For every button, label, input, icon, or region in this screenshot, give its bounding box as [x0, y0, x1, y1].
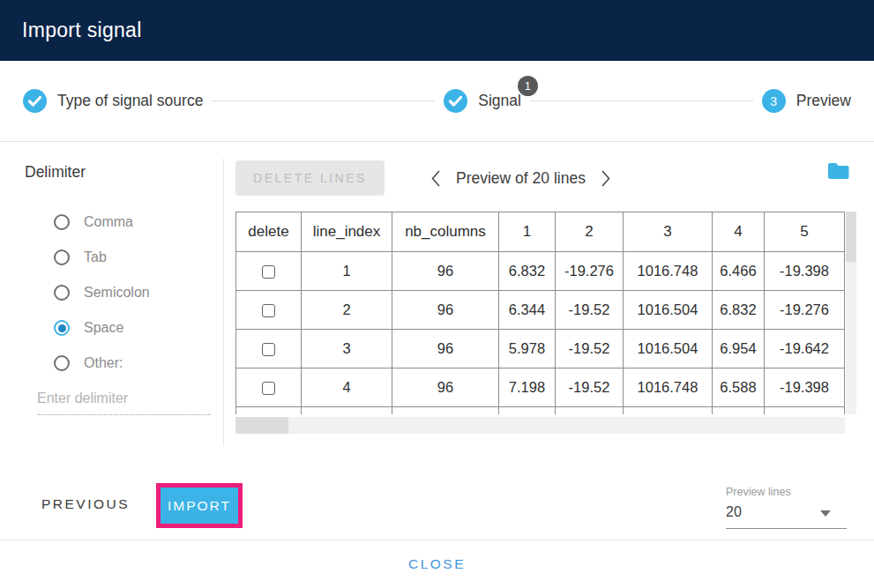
table-cell: -19.52 — [556, 368, 624, 407]
preview-pagination: Preview of 20 lines — [430, 160, 611, 196]
delete-lines-button[interactable]: DELETE LINES — [235, 160, 385, 196]
step-label: Type of signal source — [57, 92, 203, 110]
chevron-left-icon[interactable] — [430, 169, 441, 188]
table-cell: 1016.504 — [624, 330, 713, 368]
table-cell: 2 — [302, 291, 392, 330]
radio-icon[interactable] — [54, 249, 70, 265]
signal-count-badge: 1 — [518, 76, 538, 96]
table-body: 1966.832-19.2761016.7486.466-19.3982966.… — [236, 252, 845, 415]
table-cell: 96 — [392, 291, 499, 330]
delimiter-option-space[interactable]: Space — [54, 320, 223, 336]
table-cell — [499, 407, 556, 415]
delete-cell — [236, 291, 302, 330]
import-signal-dialog: Import signal Type of signal source Sign… — [0, 0, 874, 588]
close-button[interactable]: CLOSE — [0, 556, 874, 572]
table-cell: 6.832 — [499, 252, 556, 291]
vertical-scrollbar-thumb[interactable] — [846, 212, 856, 262]
delimiter-option-comma[interactable]: Comma — [54, 214, 223, 230]
radio-icon[interactable] — [54, 214, 70, 230]
horizontal-scrollbar-thumb[interactable] — [235, 417, 288, 434]
radio-icon[interactable] — [54, 320, 70, 336]
vertical-scrollbar[interactable] — [846, 212, 856, 414]
delimiter-option-label: Tab — [84, 249, 107, 265]
delimiter-option-label: Space — [84, 320, 123, 336]
table-row — [236, 407, 845, 415]
table-cell — [713, 407, 765, 415]
table-cell: 4 — [302, 368, 392, 407]
panel-divider — [223, 159, 224, 446]
preview-lines-select[interactable]: 20 — [726, 504, 847, 529]
preview-nav-label: Preview of 20 lines — [456, 169, 586, 188]
table-cell — [302, 407, 392, 415]
row-checkbox[interactable] — [262, 382, 275, 395]
delete-cell — [236, 252, 302, 291]
dialog-titlebar: Import signal — [0, 0, 874, 61]
table-cell: 96 — [392, 330, 499, 368]
stepper-connector — [212, 100, 435, 101]
column-header: 1 — [499, 212, 556, 252]
table-row: 3965.978-19.521016.5046.954-19.642 — [236, 330, 845, 368]
step-preview[interactable]: 3 Preview — [762, 89, 851, 113]
table-cell: 1016.748 — [624, 252, 713, 291]
step-number-circle: 3 — [762, 89, 786, 113]
dialog-title: Import signal — [22, 0, 142, 61]
delimiter-panel: Delimiter CommaTabSemicolonSpaceOther: E… — [0, 143, 223, 446]
table-cell: -19.276 — [556, 252, 624, 291]
triangle-down-icon — [820, 510, 831, 517]
table-cell: 1016.748 — [624, 368, 713, 407]
preview-table: deleteline_indexnb_columns12345 1966.832… — [235, 212, 845, 414]
table-cell: -19.276 — [765, 291, 845, 330]
step-signal[interactable]: Signal 1 — [444, 89, 521, 113]
table-header-row: deleteline_indexnb_columns12345 — [236, 212, 845, 252]
table-cell: -19.398 — [765, 368, 845, 407]
delimiter-options: CommaTabSemicolonSpaceOther: — [54, 214, 223, 371]
table-cell: 6.588 — [713, 368, 765, 407]
column-header: 2 — [556, 212, 624, 252]
footer-divider — [0, 540, 874, 540]
table-row: 2966.344-19.521016.5046.832-19.276 — [236, 291, 845, 330]
table-cell: 96 — [392, 252, 499, 291]
radio-icon[interactable] — [54, 285, 70, 301]
step-type-of-signal-source[interactable]: Type of signal source — [23, 89, 203, 113]
preview-lines-value: 20 — [726, 504, 742, 519]
table-cell: -19.642 — [765, 330, 845, 368]
radio-icon[interactable] — [54, 355, 70, 371]
table-cell: 6.954 — [713, 330, 765, 368]
column-header: line_index — [302, 212, 392, 252]
table-cell — [392, 407, 499, 415]
preview-table-container: deleteline_indexnb_columns12345 1966.832… — [235, 212, 845, 414]
row-checkbox[interactable] — [262, 304, 275, 317]
row-checkbox[interactable] — [262, 343, 275, 356]
table-cell: 5.978 — [499, 330, 556, 368]
table-cell — [556, 407, 624, 415]
import-button[interactable]: IMPORT — [161, 488, 238, 524]
step-label: Preview — [796, 92, 851, 110]
table-cell: -19.52 — [556, 330, 624, 368]
delimiter-option-tab[interactable]: Tab — [54, 249, 223, 265]
previous-button[interactable]: PREVIOUS — [41, 496, 130, 512]
horizontal-scrollbar[interactable] — [235, 417, 845, 434]
delete-cell — [236, 407, 302, 415]
column-header: 3 — [624, 212, 713, 252]
table-cell: 1016.504 — [624, 291, 713, 330]
column-header: delete — [236, 212, 302, 252]
table-cell: -19.398 — [765, 252, 845, 291]
table-cell: 7.198 — [499, 368, 556, 407]
table-row: 1966.832-19.2761016.7486.466-19.398 — [236, 252, 845, 291]
folder-icon[interactable] — [827, 160, 850, 182]
stepper-connector — [530, 100, 753, 101]
table-cell — [765, 407, 845, 415]
table-cell — [624, 407, 713, 415]
delimiter-option-semicolon[interactable]: Semicolon — [54, 285, 223, 301]
delimiter-option-other[interactable]: Other: — [54, 355, 223, 371]
column-header: nb_columns — [392, 212, 499, 252]
chevron-right-icon[interactable] — [601, 169, 611, 188]
delete-cell — [236, 368, 302, 407]
delimiter-input[interactable]: Enter delimiter — [37, 391, 211, 415]
delimiter-title: Delimiter — [25, 163, 223, 182]
delimiter-option-label: Other: — [84, 355, 123, 371]
column-header: 5 — [765, 212, 845, 252]
row-checkbox[interactable] — [262, 265, 275, 279]
table-cell: 6.832 — [713, 291, 765, 330]
step-label: Signal 1 — [478, 92, 521, 110]
